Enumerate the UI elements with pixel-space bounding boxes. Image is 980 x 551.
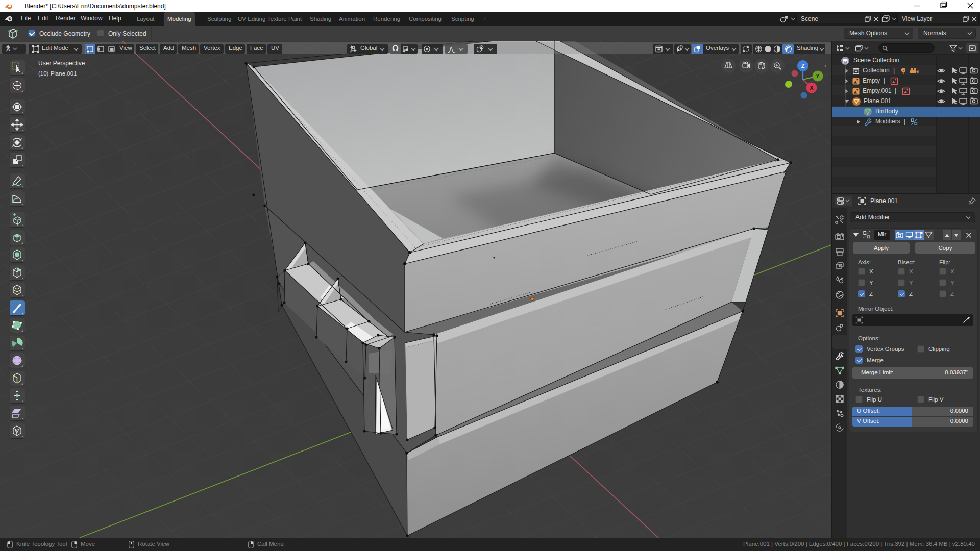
svg-text:Z: Z [801,63,805,69]
svg-text:(10) Plane.001: (10) Plane.001 [38,70,77,77]
svg-text:X: X [810,85,814,91]
svg-text:Y: Y [816,73,820,79]
svg-text:‹: ‹ [824,62,826,69]
svg-text:User Perspective: User Perspective [38,60,85,67]
